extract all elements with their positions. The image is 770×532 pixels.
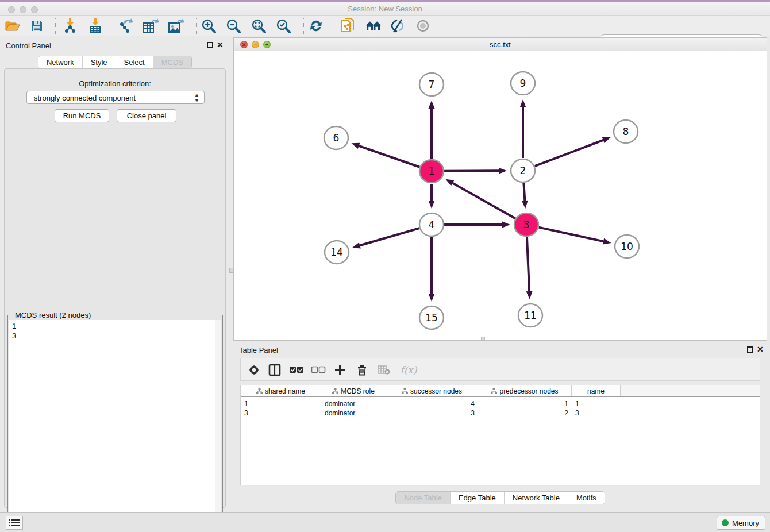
table-toolbar: f(x) (240, 358, 760, 381)
table-row[interactable]: 3dominator323 (241, 408, 760, 418)
column-header-successor-nodes[interactable]: successor nodes (386, 385, 478, 396)
graph-node-label: 3 (523, 219, 530, 230)
clone-network-icon[interactable] (340, 18, 356, 33)
deselect-all-checkboxes-icon[interactable] (311, 363, 326, 377)
toolbar-separator (116, 18, 116, 34)
column-header-shared-name[interactable]: shared name (241, 385, 321, 396)
edge-3-10[interactable] (538, 228, 603, 241)
tab-node-table[interactable]: Node Table (396, 492, 451, 504)
graph-node-label: 9 (520, 78, 526, 89)
tab-motifs[interactable]: Motifs (568, 492, 605, 504)
save-session-icon[interactable] (29, 18, 45, 33)
refresh-layout-icon[interactable] (308, 18, 324, 33)
edge-arrowhead (351, 143, 360, 149)
table-header-row: shared nameMCDS rolesuccessor nodesprede… (241, 385, 760, 397)
graphics-details-icon[interactable] (390, 18, 406, 33)
import-network-icon[interactable] (62, 18, 78, 33)
memory-button[interactable]: Memory (717, 516, 765, 530)
select-all-checkboxes-icon[interactable] (289, 363, 304, 377)
table-cell[interactable]: 3 (572, 408, 621, 418)
zoom-out-icon[interactable] (225, 18, 241, 33)
dropdown-arrows-icon: ▲▼ (194, 92, 199, 103)
edge-3-1[interactable] (453, 183, 515, 219)
column-visibility-icon[interactable] (267, 363, 282, 377)
zoom-in-icon[interactable] (201, 18, 217, 33)
delete-table-icon (376, 363, 391, 377)
mcds-result-text[interactable]: 13 (9, 320, 215, 532)
table-row[interactable]: 1dominator411 (241, 399, 760, 408)
graph-node-label: 1 (429, 165, 435, 177)
edge-2-3[interactable] (523, 183, 525, 201)
application-window: Session: New Session (0, 0, 770, 532)
memory-label: Memory (732, 519, 759, 527)
delete-column-icon[interactable] (355, 363, 369, 377)
column-header-name[interactable]: name (572, 385, 621, 396)
home-layout-icon[interactable] (365, 18, 382, 33)
edge-arrowhead (429, 294, 435, 302)
edge-arrowhead (522, 201, 528, 209)
edge-2-8[interactable] (535, 140, 603, 166)
table-panel: Table Panel ✕ (233, 342, 767, 511)
edge-arrowhead (520, 99, 526, 107)
zoom-fit-icon[interactable] (251, 18, 267, 33)
function-builder-icon: f(x) (397, 363, 420, 377)
network-window-titlebar[interactable]: ✕ − + scc.txt (234, 38, 767, 51)
tab-mcds[interactable]: MCDS (153, 56, 191, 68)
column-header-predecessor-nodes[interactable]: predecessor nodes (478, 385, 572, 396)
birdseye-view-icon[interactable] (415, 18, 431, 33)
mcds-result-title: MCDS result (2 nodes) (13, 311, 93, 319)
tab-network-table[interactable]: Network Table (505, 492, 568, 504)
graph-node-label: 10 (621, 241, 633, 252)
table-cell[interactable]: 2 (478, 408, 572, 418)
toolbar-separator (332, 18, 332, 34)
table-cell[interactable]: 1 (572, 399, 621, 408)
table-cell[interactable]: 4 (386, 399, 478, 408)
table-panel-title: Table Panel (239, 346, 278, 354)
table-panel-tabs: Node TableEdge TableNetwork TableMotifs (233, 491, 767, 504)
network-canvas[interactable]: 7968124314101511 (234, 51, 767, 340)
list-icon (9, 519, 20, 527)
tab-style[interactable]: Style (83, 56, 116, 68)
tab-select[interactable]: Select (116, 56, 153, 68)
import-table-icon[interactable] (87, 18, 103, 33)
edge-4-14[interactable] (360, 228, 419, 245)
control-panel-title: Control Panel (6, 41, 51, 50)
tab-edge-table[interactable]: Edge Table (451, 492, 505, 504)
table-cell[interactable]: 1 (241, 399, 321, 408)
edge-3-11[interactable] (527, 237, 529, 291)
export-network-icon[interactable] (118, 18, 134, 33)
main-titlebar: Session: New Session (0, 2, 770, 16)
optimization-criterion-dropdown[interactable]: strongly connected component ▲▼ (26, 91, 205, 104)
mcds-result-box: MCDS result (2 nodes) 13 (7, 315, 223, 532)
zoom-selected-icon[interactable] (275, 18, 291, 33)
column-header-MCDS-role[interactable]: MCDS role (321, 385, 386, 396)
table-cell[interactable]: 3 (386, 408, 478, 418)
graph-node-label: 6 (333, 132, 340, 144)
add-column-icon[interactable] (333, 363, 348, 377)
export-image-icon[interactable] (168, 18, 184, 33)
close-panel-button[interactable]: Close panel (117, 109, 176, 122)
tab-network[interactable]: Network (38, 56, 83, 68)
horizontal-splitter-handle[interactable] (481, 337, 485, 341)
float-panel-icon[interactable] (207, 42, 213, 48)
close-table-panel-icon[interactable]: ✕ (757, 345, 764, 353)
mcds-result-scrollbar[interactable] (215, 320, 221, 532)
edge-1-2[interactable] (444, 171, 499, 171)
settings-gear-icon[interactable] (247, 363, 261, 377)
edge-arrowhead (602, 137, 611, 143)
close-panel-icon[interactable]: ✕ (217, 41, 224, 49)
table-cell[interactable]: dominator (321, 399, 386, 408)
float-table-panel-icon[interactable] (747, 346, 753, 353)
column-tree-icon (402, 388, 408, 394)
run-mcds-button[interactable]: Run MCDS (55, 109, 109, 122)
edge-arrowhead (502, 222, 510, 228)
open-session-icon[interactable] (5, 18, 21, 33)
table-cell[interactable]: 3 (241, 408, 321, 418)
task-history-button[interactable] (6, 516, 23, 530)
table-cell[interactable]: 1 (478, 399, 572, 408)
node-table[interactable]: shared nameMCDS rolesuccessor nodesprede… (240, 385, 760, 485)
export-table-icon[interactable] (143, 18, 159, 33)
toolbar-separator (303, 18, 304, 34)
edge-1-6[interactable] (359, 146, 420, 167)
table-cell[interactable]: dominator (321, 408, 386, 418)
